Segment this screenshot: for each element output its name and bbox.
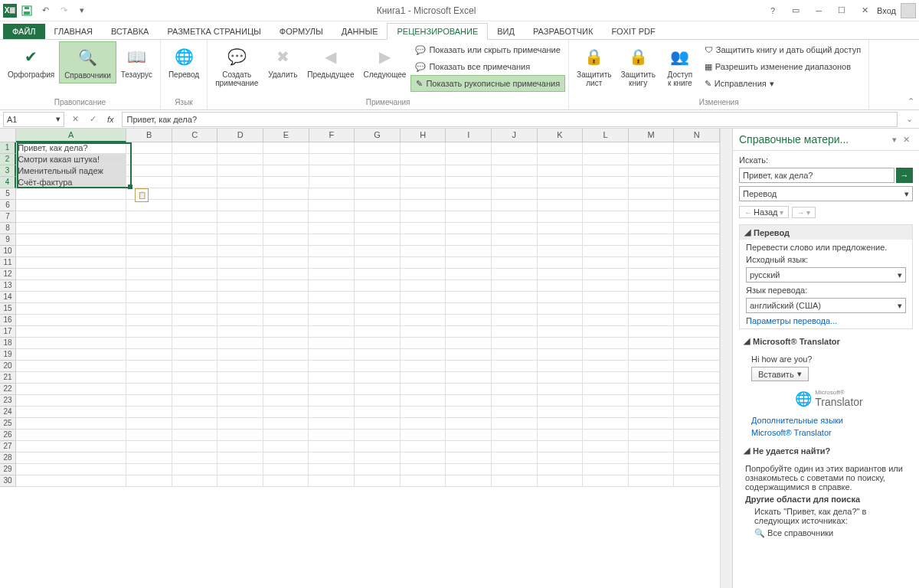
cell[interactable] xyxy=(263,315,309,326)
row-header[interactable]: 14 xyxy=(0,292,16,303)
row-header[interactable]: 1 xyxy=(0,142,16,154)
cell[interactable] xyxy=(629,418,675,430)
col-header-g[interactable]: G xyxy=(355,129,401,142)
login-tab[interactable] xyxy=(901,33,919,39)
share-workbook-button[interactable]: 👥Доступ к книге xyxy=(660,41,700,90)
help-button[interactable]: ? xyxy=(762,2,783,19)
cell[interactable] xyxy=(446,234,492,246)
cell[interactable] xyxy=(492,154,538,165)
cell[interactable]: Счёт-фактура xyxy=(16,177,126,188)
cell[interactable] xyxy=(446,257,492,269)
login-label[interactable]: Вход xyxy=(877,6,896,15)
tab-insert[interactable]: ВСТАВКА xyxy=(102,24,158,39)
row-header[interactable]: 16 xyxy=(0,315,16,326)
search-input[interactable] xyxy=(739,168,894,183)
source-lang-select[interactable]: русский▾ xyxy=(746,267,906,283)
cell[interactable] xyxy=(401,418,446,430)
col-header-n[interactable]: N xyxy=(674,129,720,142)
cell[interactable] xyxy=(126,223,172,234)
row-header[interactable]: 19 xyxy=(0,349,16,361)
cell[interactable] xyxy=(16,452,126,464)
cell[interactable] xyxy=(126,188,172,200)
cell[interactable] xyxy=(126,246,172,257)
cell[interactable] xyxy=(355,303,401,315)
research-button[interactable]: 🔍Справочники xyxy=(59,41,116,83)
row-header[interactable]: 21 xyxy=(0,372,16,384)
cell[interactable] xyxy=(674,303,720,315)
cell[interactable] xyxy=(16,326,126,338)
cell[interactable] xyxy=(446,154,492,165)
col-header-l[interactable]: L xyxy=(583,129,629,142)
cell[interactable] xyxy=(401,395,446,407)
cell[interactable] xyxy=(16,280,126,292)
cell[interactable] xyxy=(674,142,720,154)
cell[interactable] xyxy=(263,177,309,188)
row-header[interactable]: 26 xyxy=(0,430,16,441)
cell[interactable] xyxy=(401,464,446,475)
worksheet[interactable]: A B C D E F G H I J K L M N 1Привет, как… xyxy=(0,129,720,588)
cell[interactable] xyxy=(538,269,584,280)
cell[interactable] xyxy=(172,269,218,280)
cell[interactable] xyxy=(583,223,629,234)
cell[interactable] xyxy=(263,349,309,361)
cell[interactable] xyxy=(446,384,492,395)
cell[interactable] xyxy=(263,154,309,165)
cell[interactable] xyxy=(401,407,446,418)
row-header[interactable]: 29 xyxy=(0,464,16,475)
cell[interactable] xyxy=(583,430,629,441)
cell[interactable] xyxy=(674,223,720,234)
cell[interactable] xyxy=(263,372,309,384)
cell[interactable] xyxy=(674,384,720,395)
tab-home[interactable]: ГЛАВНАЯ xyxy=(45,24,102,39)
cell[interactable] xyxy=(629,303,675,315)
row-header[interactable]: 15 xyxy=(0,303,16,315)
cell[interactable] xyxy=(583,280,629,292)
cell[interactable] xyxy=(446,418,492,430)
cell[interactable] xyxy=(629,452,675,464)
cell[interactable] xyxy=(583,303,629,315)
cell[interactable] xyxy=(538,452,584,464)
cell[interactable] xyxy=(629,165,675,177)
cell[interactable] xyxy=(309,475,355,487)
cell[interactable] xyxy=(355,246,401,257)
cell[interactable] xyxy=(492,326,538,338)
cell[interactable] xyxy=(263,338,309,349)
cell[interactable] xyxy=(492,234,538,246)
cell[interactable] xyxy=(492,246,538,257)
cell[interactable] xyxy=(492,223,538,234)
cell[interactable] xyxy=(538,475,584,487)
cell[interactable] xyxy=(583,257,629,269)
col-header-m[interactable]: M xyxy=(629,129,675,142)
cell[interactable] xyxy=(446,349,492,361)
cell[interactable] xyxy=(217,395,263,407)
cell[interactable] xyxy=(217,292,263,303)
cell[interactable] xyxy=(629,430,675,441)
cell[interactable] xyxy=(309,384,355,395)
pane-close-button[interactable]: ✕ xyxy=(900,135,913,145)
cell[interactable] xyxy=(309,338,355,349)
cell[interactable] xyxy=(674,475,720,487)
ms-translator-link[interactable]: Microsoft® Translator xyxy=(751,428,907,437)
cell[interactable] xyxy=(309,418,355,430)
cell[interactable] xyxy=(674,280,720,292)
cell[interactable] xyxy=(446,303,492,315)
cell[interactable] xyxy=(16,303,126,315)
cell[interactable] xyxy=(446,223,492,234)
cell[interactable] xyxy=(538,200,584,211)
allow-ranges-button[interactable]: ▦Разрешить изменение диапазонов xyxy=(700,58,865,75)
cell[interactable] xyxy=(538,372,584,384)
row-header[interactable]: 7 xyxy=(0,211,16,223)
cell[interactable] xyxy=(446,188,492,200)
cell[interactable] xyxy=(446,280,492,292)
cell[interactable] xyxy=(172,464,218,475)
cell[interactable] xyxy=(126,234,172,246)
tab-developer[interactable]: РАЗРАБОТЧИК xyxy=(524,24,602,39)
cell[interactable] xyxy=(217,430,263,441)
tab-foxit[interactable]: FOXIT PDF xyxy=(602,24,664,39)
cell[interactable] xyxy=(629,349,675,361)
cell[interactable] xyxy=(629,269,675,280)
protect-share-button[interactable]: 🛡Защитить книгу и дать общий доступ xyxy=(700,41,865,58)
cell[interactable] xyxy=(492,407,538,418)
cell[interactable] xyxy=(355,395,401,407)
cell[interactable] xyxy=(538,223,584,234)
